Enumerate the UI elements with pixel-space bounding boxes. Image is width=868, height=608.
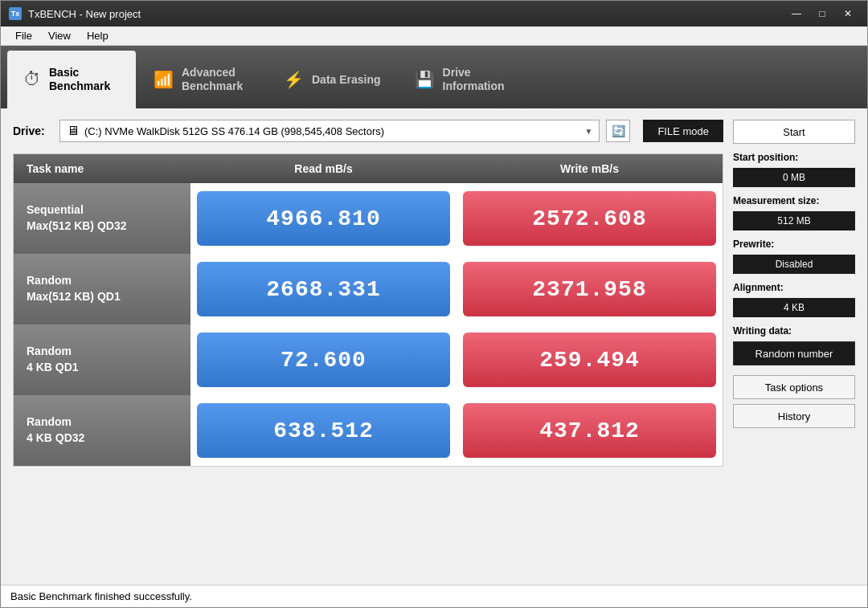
tab-basic-benchmark[interactable]: ⏱ Basic Benchmark (7, 51, 136, 108)
prewrite-value: Disabled (733, 255, 855, 274)
prewrite-label: Prewrite: (733, 239, 855, 250)
write-cell-4: 437.812 (457, 395, 723, 466)
task-name-2: RandomMax(512 KB) QD1 (14, 254, 190, 324)
table-row: Random4 KB QD32 638.512 437.812 (14, 395, 723, 466)
drive-icon: 💾 (415, 70, 435, 89)
drive-selected-text: (C:) NVMe WalkDisk 512G SS 476.14 GB (99… (84, 125, 582, 137)
table-header-row: Task name Read mB/s Write mB/s (14, 154, 723, 183)
table-row: SequentialMax(512 KB) QD32 4966.810 2572… (14, 183, 723, 254)
drive-type-icon: 🖥 (67, 124, 80, 138)
write-cell-1: 2572.608 (457, 183, 723, 254)
tab-advanced-benchmark[interactable]: 📶 Advanced Benchmark (137, 51, 266, 108)
tab-drive-information[interactable]: 💾 Drive Information (399, 51, 527, 108)
refresh-icon: 🔄 (612, 124, 625, 137)
tab-advanced-label1: Advanced (182, 66, 243, 80)
writing-data-value[interactable]: Random number (733, 341, 855, 365)
right-panel: Start Start position: 0 MB Measurement s… (733, 120, 855, 467)
read-value-2: 2668.331 (197, 262, 450, 316)
left-panel: Drive: 🖥 (C:) NVMe WalkDisk 512G SS 476.… (13, 120, 723, 467)
tab-data-erasing[interactable]: ⚡ Data Erasing (268, 51, 397, 108)
task-name-1: SequentialMax(512 KB) QD32 (14, 183, 190, 254)
tab-basic-label1: Basic (49, 66, 110, 80)
col-write: Write mB/s (457, 154, 723, 183)
status-text: Basic Benchmark finished successfully. (10, 590, 192, 602)
writing-data-label: Writing data: (733, 325, 855, 337)
chart-icon: 📶 (154, 70, 174, 89)
drive-refresh-button[interactable]: 🔄 (606, 120, 630, 142)
status-bar: Basic Benchmark finished successfully. (1, 585, 867, 607)
alignment-label: Alignment: (733, 282, 855, 293)
title-bar: Tx TxBENCH - New project — □ ✕ (1, 1, 867, 27)
menu-view[interactable]: View (40, 28, 79, 43)
col-task-name: Task name (14, 154, 190, 183)
menu-help[interactable]: Help (79, 28, 117, 43)
task-name-4: Random4 KB QD32 (14, 395, 190, 466)
drive-label: Drive: (13, 124, 53, 137)
col-read: Read mB/s (190, 154, 457, 183)
benchmark-table: Task name Read mB/s Write mB/s Sequentia… (13, 153, 723, 467)
tab-drive-label1: Drive (443, 66, 505, 80)
read-value-4: 638.512 (197, 403, 450, 458)
drive-selector[interactable]: 🖥 (C:) NVMe WalkDisk 512G SS 476.14 GB (… (59, 120, 600, 142)
write-value-3: 259.494 (463, 333, 716, 387)
read-value-3: 72.600 (197, 333, 450, 387)
minimize-button[interactable]: — (785, 6, 808, 22)
alignment-value: 4 KB (733, 298, 855, 317)
table-row: RandomMax(512 KB) QD1 2668.331 2371.958 (14, 254, 723, 324)
task-name-3: Random4 KB QD1 (14, 324, 190, 395)
task-options-button[interactable]: Task options (733, 375, 855, 399)
read-cell-2: 2668.331 (190, 254, 457, 324)
content-area: Drive: 🖥 (C:) NVMe WalkDisk 512G SS 476.… (1, 108, 867, 586)
write-cell-2: 2371.958 (457, 254, 723, 324)
table-row: Random4 KB QD1 72.600 259.494 (14, 324, 723, 395)
tab-drive-label2: Information (443, 80, 505, 93)
tab-erasing-label1: Data Erasing (312, 73, 381, 87)
write-value-1: 2572.608 (463, 191, 716, 246)
read-cell-4: 638.512 (190, 395, 457, 466)
menu-bar: File View Help (1, 27, 867, 46)
window-controls: — □ ✕ (785, 6, 859, 22)
menu-file[interactable]: File (7, 28, 40, 43)
maximize-button[interactable]: □ (811, 6, 833, 22)
read-cell-1: 4966.810 (190, 183, 457, 254)
tab-bar: ⏱ Basic Benchmark 📶 Advanced Benchmark ⚡… (1, 46, 867, 108)
app-window: Tx TxBENCH - New project — □ ✕ File View… (0, 0, 868, 608)
start-position-label: Start position: (733, 152, 855, 163)
read-cell-3: 72.600 (190, 324, 457, 395)
start-button[interactable]: Start (733, 120, 855, 144)
tab-basic-label2: Benchmark (49, 80, 110, 93)
app-icon: Tx (9, 7, 22, 20)
file-mode-button[interactable]: FILE mode (643, 120, 723, 142)
write-value-4: 437.812 (463, 403, 716, 458)
measurement-size-label: Measurement size: (733, 195, 855, 206)
history-button[interactable]: History (733, 404, 855, 428)
tab-advanced-label2: Benchmark (182, 80, 243, 93)
window-title: TxBENCH - New project (28, 8, 785, 20)
read-value-1: 4966.810 (197, 191, 450, 246)
drive-row: Drive: 🖥 (C:) NVMe WalkDisk 512G SS 476.… (13, 120, 723, 142)
timer-icon: ⏱ (23, 69, 41, 90)
measurement-size-value: 512 MB (733, 211, 855, 231)
close-button[interactable]: ✕ (837, 6, 859, 22)
write-cell-3: 259.494 (457, 324, 723, 395)
start-position-value: 0 MB (733, 168, 855, 187)
write-value-2: 2371.958 (463, 262, 716, 316)
erasing-icon: ⚡ (284, 70, 304, 89)
dropdown-arrow-icon: ▼ (585, 127, 593, 136)
